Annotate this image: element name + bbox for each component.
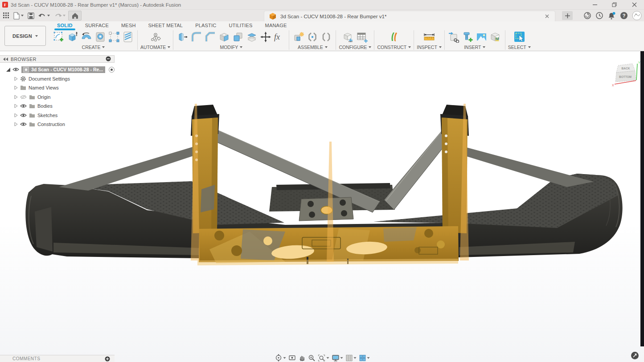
group-label-modify[interactable]: MODIFY bbox=[220, 45, 242, 50]
visibility-eye-icon[interactable] bbox=[12, 67, 19, 72]
create-sketch-button[interactable] bbox=[52, 30, 66, 44]
grid-settings-button[interactable] bbox=[345, 354, 356, 362]
group-label-assemble[interactable]: ASSEMBLE bbox=[298, 45, 328, 50]
measure-button[interactable] bbox=[422, 30, 436, 44]
comments-panel[interactable]: COMMENTS bbox=[0, 355, 115, 362]
browser-panel-header[interactable]: BROWSER bbox=[0, 55, 115, 63]
collapse-panel-icon[interactable] bbox=[3, 57, 8, 61]
insert-mcmaster-button[interactable]: M bbox=[489, 30, 502, 44]
feedback-arrow-icon bbox=[632, 353, 637, 358]
hole-button[interactable] bbox=[94, 30, 107, 44]
tab-manage[interactable]: MANAGE bbox=[259, 21, 293, 29]
visibility-eye-icon[interactable] bbox=[20, 122, 27, 126]
move-copy-button[interactable] bbox=[259, 30, 272, 44]
feedback-button[interactable] bbox=[631, 352, 639, 359]
new-tab-button[interactable] bbox=[562, 11, 573, 20]
look-at-button[interactable] bbox=[288, 354, 295, 361]
expand-arrow-icon[interactable] bbox=[14, 113, 18, 118]
tab-close-button[interactable] bbox=[543, 13, 550, 20]
tab-plastic[interactable]: PLASTIC bbox=[189, 21, 222, 29]
tab-surface[interactable]: SURFACE bbox=[79, 21, 115, 29]
redo-button[interactable] bbox=[53, 11, 67, 20]
orbit-button[interactable] bbox=[275, 354, 286, 362]
change-parameters-button[interactable]: fx bbox=[273, 30, 286, 44]
extrude-button[interactable] bbox=[66, 30, 79, 44]
visibility-eye-icon[interactable] bbox=[20, 113, 27, 118]
as-built-joint-button[interactable] bbox=[320, 30, 333, 44]
new-component-button[interactable] bbox=[292, 30, 305, 44]
display-settings-button[interactable] bbox=[332, 354, 343, 362]
tab-mesh[interactable]: MESH bbox=[115, 21, 142, 29]
insert-canvas-button[interactable] bbox=[475, 30, 488, 44]
insert-fastener-button[interactable] bbox=[461, 30, 475, 44]
tree-root-component[interactable]: 3d Scan - CUCV M1008-28 - Re... bbox=[0, 65, 115, 74]
tree-item-named-views[interactable]: Named Views bbox=[0, 83, 115, 93]
expanded-arrow-icon[interactable] bbox=[6, 68, 10, 72]
expand-arrow-icon[interactable] bbox=[14, 77, 18, 81]
tab-solid[interactable]: SOLID bbox=[51, 21, 79, 29]
close-window-button[interactable] bbox=[624, 0, 644, 9]
tab-sheet-metal[interactable]: SHEET METAL bbox=[142, 21, 189, 29]
tree-item-document-settings[interactable]: Document Settings bbox=[0, 74, 115, 84]
expand-arrow-icon[interactable] bbox=[14, 122, 18, 126]
add-comment-button[interactable] bbox=[105, 356, 110, 362]
profile-avatar[interactable] bbox=[632, 11, 642, 20]
home-view-button[interactable] bbox=[68, 11, 82, 20]
restore-button[interactable] bbox=[605, 0, 624, 9]
visibility-eye-icon[interactable] bbox=[20, 104, 27, 108]
tab-utilities[interactable]: UTILITIES bbox=[222, 21, 258, 29]
configure-button[interactable] bbox=[341, 30, 355, 44]
notifications-bell-icon[interactable] bbox=[607, 12, 616, 20]
group-label-construct[interactable]: CONSTRUCT bbox=[377, 45, 411, 50]
select-button[interactable] bbox=[513, 30, 526, 44]
browser-collapse-all-button[interactable] bbox=[106, 56, 111, 62]
configuration-table-button[interactable] bbox=[355, 30, 369, 44]
undo-button[interactable] bbox=[37, 11, 51, 20]
group-label-configure[interactable]: CONFIGURE bbox=[339, 45, 371, 50]
insert-derive-button[interactable] bbox=[447, 30, 461, 44]
chamfer-button[interactable] bbox=[204, 30, 217, 44]
create-form-button[interactable] bbox=[121, 30, 135, 44]
construction-plane-button[interactable] bbox=[387, 30, 401, 44]
help-icon[interactable]: ? bbox=[620, 12, 628, 20]
view-cube[interactable]: BACK BOTTOM Y X bbox=[612, 59, 640, 89]
job-status-icon[interactable] bbox=[583, 12, 591, 20]
pan-button[interactable] bbox=[298, 354, 305, 362]
document-tab[interactable]: 3d Scan - CUCV M1008-28 - Rear Bumper v1… bbox=[264, 11, 555, 21]
expand-arrow-icon[interactable] bbox=[14, 104, 18, 108]
expand-arrow-icon[interactable] bbox=[14, 95, 18, 99]
workspace-selector[interactable]: DESIGN bbox=[4, 26, 46, 46]
joint-button[interactable] bbox=[306, 30, 319, 44]
automate-button[interactable] bbox=[149, 30, 162, 44]
group-label-inspect[interactable]: INSPECT bbox=[417, 45, 442, 50]
file-menu-button[interactable] bbox=[12, 11, 25, 20]
recent-activity-icon[interactable] bbox=[595, 12, 603, 20]
shell-button[interactable] bbox=[217, 30, 231, 44]
group-label-create[interactable]: CREATE bbox=[82, 45, 105, 50]
root-selection[interactable]: 3d Scan - CUCV M1008-28 - Re... bbox=[21, 66, 105, 73]
viewport-canvas[interactable]: BROWSER 3d Scan - CUCV M1008-28 - Re... bbox=[0, 51, 644, 362]
group-label-automate[interactable]: AUTOMATE bbox=[140, 45, 170, 50]
tree-item-origin[interactable]: Origin bbox=[0, 93, 115, 102]
fusion-app-icon: F bbox=[2, 2, 8, 8]
app-grid-menu-button[interactable] bbox=[2, 11, 11, 20]
group-label-select[interactable]: SELECT bbox=[508, 45, 531, 50]
visibility-hidden-eye-icon[interactable] bbox=[20, 95, 27, 99]
viewports-button[interactable] bbox=[359, 354, 369, 362]
group-label-insert[interactable]: INSERT bbox=[464, 45, 485, 50]
rectangular-pattern-button[interactable] bbox=[107, 30, 121, 44]
zoom-button[interactable] bbox=[308, 354, 315, 362]
revolve-button[interactable] bbox=[80, 30, 93, 44]
combine-button[interactable] bbox=[231, 30, 245, 44]
tree-item-bodies[interactable]: Bodies bbox=[0, 102, 115, 111]
minimize-button[interactable] bbox=[585, 0, 605, 9]
expand-arrow-icon[interactable] bbox=[14, 85, 18, 90]
offset-face-button[interactable] bbox=[245, 30, 258, 44]
fillet-button[interactable] bbox=[190, 30, 203, 44]
save-button[interactable] bbox=[26, 11, 36, 20]
activate-component-radio[interactable] bbox=[109, 67, 115, 73]
fit-button[interactable] bbox=[318, 354, 329, 362]
press-pull-button[interactable] bbox=[176, 30, 189, 44]
tree-item-construction[interactable]: Construction bbox=[0, 120, 115, 129]
tree-item-sketches[interactable]: Sketches bbox=[0, 111, 115, 120]
